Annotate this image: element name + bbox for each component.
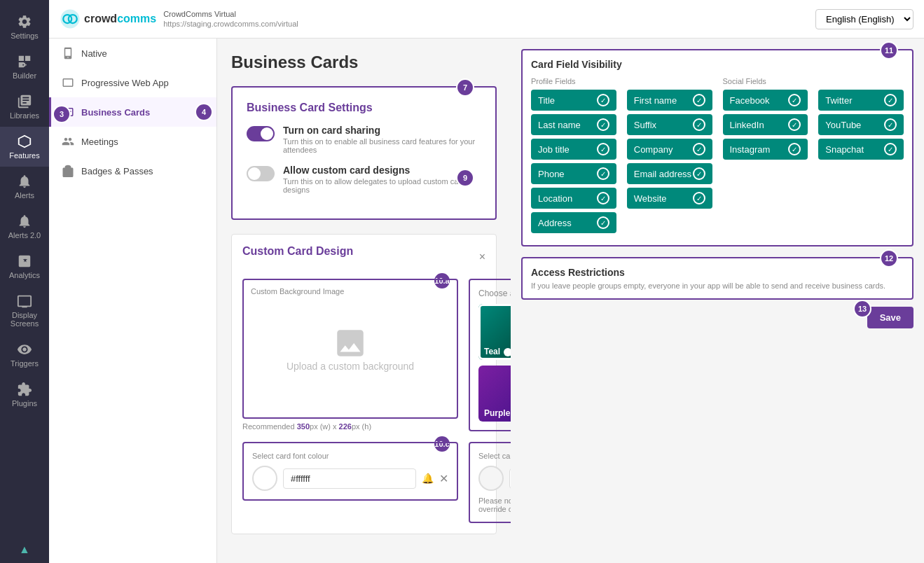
sidebar-label-alerts: Alerts bbox=[15, 191, 34, 200]
field-email[interactable]: Email address ✓ bbox=[627, 163, 712, 184]
upload-label: Custom Background Image bbox=[251, 287, 344, 296]
sidebar-item-alerts[interactable]: Alerts bbox=[0, 167, 49, 207]
bg-colour-wrapper: 10.d Select card background colour Pleas… bbox=[469, 442, 511, 523]
field-location[interactable]: Location ✓ bbox=[531, 188, 616, 209]
field-youtube[interactable]: YouTube ✓ bbox=[818, 114, 904, 135]
toggle-card-sharing[interactable] bbox=[247, 126, 275, 141]
bg-colour-swatch[interactable] bbox=[478, 466, 504, 491]
bg-grid: Teal Navy Blue Purple bbox=[478, 304, 511, 422]
sidebar-item-settings[interactable]: Settings bbox=[0, 7, 49, 47]
profile-fields-label: Profile Fields bbox=[531, 77, 616, 85]
logo-crowd: crowd bbox=[84, 13, 117, 25]
social-fields-column2: Twitter ✓ YouTube ✓ Snapchat ✓ bbox=[818, 77, 904, 237]
close-button[interactable]: × bbox=[479, 251, 485, 263]
business-card-settings-section: 7 Business Card Settings Turn on card sh… bbox=[231, 86, 497, 220]
toggle-custom-designs[interactable] bbox=[247, 166, 275, 181]
sidebar-label-analytics: Analytics bbox=[9, 271, 40, 279]
sidebar-item-native[interactable]: Native bbox=[49, 39, 216, 68]
bg-colour-input[interactable] bbox=[509, 468, 511, 489]
bg-option-teal[interactable]: Teal bbox=[478, 304, 511, 360]
sidebar-item-analytics[interactable]: Analytics bbox=[0, 246, 49, 286]
save-button[interactable]: Save bbox=[867, 307, 913, 328]
font-colour-swatch[interactable] bbox=[252, 466, 277, 491]
field-suffix-check: ✓ bbox=[693, 118, 705, 131]
access-restrictions-section: 12 Access Restrictions If you leave peop… bbox=[521, 257, 913, 300]
toggle-custom-designs-slider bbox=[247, 166, 275, 181]
sidebar-item-triggers[interactable]: Triggers bbox=[0, 335, 49, 375]
sidebar-item-badges[interactable]: Badges & Passes bbox=[49, 156, 216, 186]
sidebar-item-builder[interactable]: Builder bbox=[0, 47, 49, 87]
sidebar-item-display-screens[interactable]: Display Screens bbox=[0, 286, 49, 335]
card-field-visibility-title: Card Field Visibility bbox=[531, 59, 904, 70]
step-badge-11: 11 bbox=[880, 41, 898, 60]
field-snapchat[interactable]: Snapchat ✓ bbox=[818, 139, 904, 160]
font-colour-label: Select card font colour bbox=[252, 452, 448, 460]
access-restrictions-title: Access Restrictions bbox=[531, 267, 904, 278]
field-instagram[interactable]: Instagram ✓ bbox=[723, 139, 808, 160]
profile-fields-column2: First name ✓ Suffix ✓ Company ✓ Email bbox=[627, 77, 712, 237]
logo-area: crowdcomms CrowdComms Virtual https://st… bbox=[60, 8, 298, 29]
site-name: CrowdComms Virtual bbox=[163, 9, 298, 19]
site-info: CrowdComms Virtual https://staging.crowd… bbox=[163, 9, 298, 29]
field-title[interactable]: Title ✓ bbox=[531, 90, 616, 111]
language-selector[interactable]: English (English) bbox=[815, 9, 913, 29]
sidebar-item-plugins[interactable]: Plugins bbox=[0, 375, 49, 415]
field-twitter[interactable]: Twitter ✓ bbox=[818, 90, 904, 111]
toggle-card-sharing-desc: Turn this on to enable all business card… bbox=[283, 137, 481, 154]
field-linkedin[interactable]: LinkedIn ✓ bbox=[723, 114, 808, 135]
font-colour-section: Select card font colour 🔔 ✕ bbox=[242, 442, 458, 501]
sidebar-label-alerts2: Alerts 2.0 bbox=[8, 231, 41, 239]
upload-section-wrapper: 10.a Custom Background Image Upload a cu… bbox=[242, 279, 458, 431]
sidebar-bottom-badge[interactable]: ▲ bbox=[0, 536, 49, 563]
field-company[interactable]: Company ✓ bbox=[627, 139, 712, 160]
main-area: crowdcomms CrowdComms Virtual https://st… bbox=[49, 0, 924, 563]
upload-area-inner: Upload a custom background bbox=[287, 291, 414, 407]
social-fields-column: Social Fields Facebook ✓ LinkedIn ✓ Inst… bbox=[723, 77, 808, 237]
sidebar-item-business-cards[interactable]: Business Cards 4 bbox=[49, 97, 216, 127]
field-phone[interactable]: Phone ✓ bbox=[531, 163, 616, 184]
sidebar-label-display-screens: Display Screens bbox=[4, 311, 46, 328]
field-linkedin-check: ✓ bbox=[788, 118, 801, 131]
toggle-custom-designs-row: Allow custom card designs Turn this on t… bbox=[247, 165, 481, 194]
field-job-title-check: ✓ bbox=[597, 143, 609, 155]
sidebar-item-meetings[interactable]: Meetings bbox=[49, 127, 216, 156]
step-badge-4: 4 bbox=[195, 103, 213, 121]
social-fields-label2 bbox=[818, 77, 904, 85]
field-job-title[interactable]: Job title ✓ bbox=[531, 139, 616, 160]
bg-colour-label: Select card background colour bbox=[478, 452, 511, 460]
field-address[interactable]: Address ✓ bbox=[531, 212, 616, 233]
save-area: 13 Save bbox=[521, 307, 913, 328]
field-facebook[interactable]: Facebook ✓ bbox=[723, 90, 808, 111]
field-facebook-check: ✓ bbox=[788, 94, 801, 106]
copy-font-colour-icon[interactable]: 🔔 bbox=[422, 473, 434, 484]
profile-fields-label2 bbox=[627, 77, 712, 85]
clear-font-colour-icon[interactable]: ✕ bbox=[439, 472, 448, 485]
social-fields-label: Social Fields bbox=[723, 77, 808, 85]
top-header: crowdcomms CrowdComms Virtual https://st… bbox=[49, 0, 924, 39]
field-website[interactable]: Website ✓ bbox=[627, 188, 712, 209]
sidebar-item-pwa[interactable]: Progressive Web App bbox=[49, 68, 216, 97]
field-address-check: ✓ bbox=[597, 216, 609, 229]
sidebar-item-libraries[interactable]: Libraries bbox=[0, 87, 49, 127]
font-colour-input-row: 🔔 ✕ bbox=[252, 466, 448, 491]
bg-option-purple[interactable]: Purple bbox=[478, 366, 511, 422]
access-restrictions-desc: If you leave people groups empty, everyo… bbox=[531, 282, 904, 290]
field-location-check: ✓ bbox=[597, 192, 609, 204]
bg-colour-input-row bbox=[478, 466, 511, 491]
field-suffix[interactable]: Suffix ✓ bbox=[627, 114, 712, 135]
upload-area[interactable]: Custom Background Image Upload a custom … bbox=[242, 279, 458, 419]
field-youtube-check: ✓ bbox=[884, 118, 897, 131]
bg-chooser: Choose a Background Teal Navy bbox=[469, 279, 511, 431]
field-last-name[interactable]: Last name ✓ bbox=[531, 114, 616, 135]
step-badge-13: 13 bbox=[853, 300, 871, 318]
step-badge-12: 12 bbox=[880, 249, 898, 267]
step-badge-3: 3 bbox=[53, 105, 71, 123]
sidebar-item-features[interactable]: Features bbox=[0, 127, 49, 167]
field-twitter-check: ✓ bbox=[884, 94, 897, 106]
toggle-custom-designs-label: Allow custom card designs bbox=[283, 165, 481, 176]
font-colour-input[interactable] bbox=[283, 468, 416, 489]
field-first-name[interactable]: First name ✓ bbox=[627, 90, 712, 111]
custom-card-design-header: Custom Card Design × bbox=[242, 245, 485, 268]
field-phone-check: ✓ bbox=[597, 167, 609, 180]
sidebar-item-alerts2[interactable]: Alerts 2.0 bbox=[0, 207, 49, 246]
